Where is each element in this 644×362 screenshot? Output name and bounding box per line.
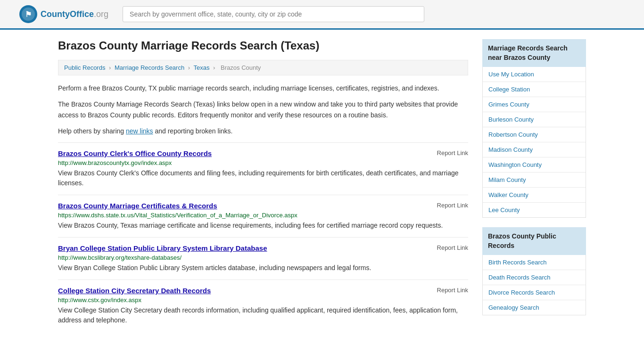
result-header: Brazos County Marriage Certificates & Re… [58, 202, 468, 210]
sidebar-nearby-header: Marriage Records Search near Brazos Coun… [482, 39, 586, 67]
result-title[interactable]: Brazos County Clerk's Office County Reco… [58, 149, 212, 157]
results-list: Brazos County Clerk's Office County Reco… [58, 142, 468, 332]
result-header: College Station City Secretary Death Rec… [58, 287, 468, 295]
sidebar-nearby-item[interactable]: Robertson County [483, 127, 586, 142]
sidebar-public-records-link[interactable]: Birth Records Search [483, 255, 586, 270]
sidebar-nearby-link[interactable]: Grimes County [483, 97, 586, 112]
header: ⚑ CountyOffice.org [0, 0, 644, 30]
result-item: Brazos County Marriage Certificates & Re… [58, 195, 468, 237]
result-url: http://www.cstx.gov/index.aspx [58, 296, 468, 304]
result-url: https://www.dshs.state.tx.us/Vital_Stati… [58, 212, 468, 219]
sidebar-nearby-link[interactable]: Washington County [483, 157, 586, 172]
sidebar-public-records-item[interactable]: Divorce Records Search [483, 285, 586, 300]
result-title[interactable]: Brazos County Marriage Certificates & Re… [58, 202, 217, 210]
breadcrumb-current: Brazos County [221, 64, 261, 71]
sidebar-nearby-list: Use My Location College StationGrimes Co… [482, 67, 586, 218]
sidebar-public-records-link[interactable]: Death Records Search [483, 270, 586, 285]
breadcrumb-link-public-records[interactable]: Public Records [64, 64, 105, 71]
result-item: Brazos County Clerk's Office County Reco… [58, 142, 468, 195]
result-desc: View Bryan College Station Public Librar… [58, 263, 468, 273]
search-input[interactable] [123, 6, 424, 22]
new-links-link[interactable]: new links [126, 127, 153, 135]
sidebar-public-records-link[interactable]: Genealogy Search [483, 300, 586, 315]
report-link[interactable]: Report Link [437, 149, 468, 156]
sidebar-public-records-list: Birth Records SearchDeath Records Search… [482, 255, 586, 315]
result-desc: View Brazos County Clerk's Office docume… [58, 168, 468, 188]
result-title[interactable]: College Station City Secretary Death Rec… [58, 287, 211, 295]
description-p3: Help others by sharing new links and rep… [58, 126, 468, 136]
result-url: http://www.bcslibrary.org/texshare-datab… [58, 254, 468, 261]
sidebar-nearby-item[interactable]: Madison County [483, 142, 586, 157]
sidebar-public-records-section: Brazos County Public Records Birth Recor… [482, 227, 586, 315]
sidebar-nearby-link[interactable]: Burleson County [483, 112, 586, 127]
logo[interactable]: ⚑ CountyOffice.org [19, 5, 108, 24]
sidebar-nearby-link[interactable]: Lee County [483, 203, 586, 217]
sidebar-nearby-link[interactable]: Madison County [483, 142, 586, 157]
sidebar-nearby-item[interactable]: Walker County [483, 188, 586, 203]
description-p2: The Brazos County Marriage Records Searc… [58, 99, 468, 120]
sidebar-nearby-item[interactable]: Lee County [483, 203, 586, 217]
result-title[interactable]: Bryan College Station Public Library Sys… [58, 244, 267, 252]
sidebar-nearby-item[interactable]: College Station [483, 82, 586, 97]
result-header: Bryan College Station Public Library Sys… [58, 244, 468, 252]
sidebar-item-use-location[interactable]: Use My Location [483, 67, 586, 82]
report-link[interactable]: Report Link [437, 244, 468, 251]
result-item: Bryan College Station Public Library Sys… [58, 237, 468, 280]
sidebar-nearby-link[interactable]: Robertson County [483, 127, 586, 142]
page-container: Brazos County Marriage Records Search (T… [39, 30, 605, 341]
sidebar-nearby-link[interactable]: Walker County [483, 188, 586, 202]
sidebar-nearby-link[interactable]: College Station [483, 82, 586, 97]
logo-icon: ⚑ [19, 5, 38, 24]
result-header: Brazos County Clerk's Office County Reco… [58, 149, 468, 157]
sidebar-nearby-link[interactable]: Milam County [483, 173, 586, 187]
breadcrumb-link-marriage-records[interactable]: Marriage Records Search [115, 64, 184, 71]
sidebar-public-records-header: Brazos County Public Records [482, 227, 586, 255]
sidebar-nearby-item[interactable]: Milam County [483, 173, 586, 188]
sidebar-public-records-item[interactable]: Death Records Search [483, 270, 586, 285]
sidebar-nearby-section: Marriage Records Search near Brazos Coun… [482, 39, 586, 218]
page-title: Brazos County Marriage Records Search (T… [58, 39, 468, 52]
sidebar-nearby-item[interactable]: Grimes County [483, 97, 586, 112]
description-p1: Perform a free Brazos County, TX public … [58, 83, 468, 93]
svg-text:⚑: ⚑ [25, 10, 32, 18]
sidebar-nearby-item[interactable]: Burleson County [483, 112, 586, 127]
result-desc: View College Station City Secretary deat… [58, 305, 468, 325]
breadcrumb: Public Records › Marriage Records Search… [58, 60, 468, 75]
sidebar-nearby-item[interactable]: Washington County [483, 157, 586, 173]
report-link[interactable]: Report Link [437, 287, 468, 294]
sidebar-public-records-item[interactable]: Birth Records Search [483, 255, 586, 270]
description: Perform a free Brazos County, TX public … [58, 83, 468, 137]
result-item: College Station City Secretary Death Rec… [58, 280, 468, 332]
use-location-link[interactable]: Use My Location [483, 67, 586, 82]
sidebar-public-records-item[interactable]: Genealogy Search [483, 300, 586, 315]
logo-text: CountyOffice.org [41, 9, 108, 19]
result-desc: View Brazos County, Texas marriage certi… [58, 221, 468, 230]
breadcrumb-link-texas[interactable]: Texas [194, 64, 210, 71]
sidebar-public-records-link[interactable]: Divorce Records Search [483, 285, 586, 300]
report-link[interactable]: Report Link [437, 202, 468, 209]
main-content: Brazos County Marriage Records Search (T… [58, 39, 468, 332]
sidebar: Marriage Records Search near Brazos Coun… [482, 39, 586, 332]
result-url: http://www.brazoscountytx.gov/index.aspx [58, 159, 468, 166]
